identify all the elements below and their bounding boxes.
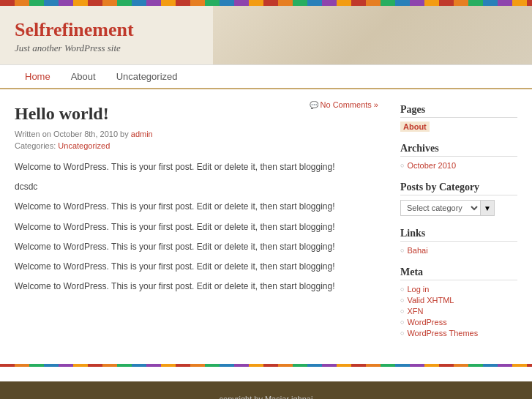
sidebar-archive-oct2010-link[interactable]: October 2010 [407,161,456,170]
post-author-link[interactable]: admin [131,130,153,138]
post-paragraph-4: Welcome to WordPress. This is your first… [15,220,378,234]
nav-item-uncategorized[interactable]: Uncategorized [106,65,188,88]
post-paragraph-2: dcsdc [15,180,378,194]
post-comments-link[interactable]: No Comments » [310,100,378,109]
footer-copyright: copyright by Masiar ighnai [220,395,313,399]
footer-border-stripe [0,364,532,367]
sidebar-meta-login-link[interactable]: Log in [407,285,429,294]
sidebar-archive-oct2010: October 2010 [400,161,517,170]
category-select-wrapper: Select category ▼ [400,200,517,216]
site-header: Selfrefinement Just another WordPress si… [0,6,532,65]
post-paragraph-1: Welcome to WordPress. This is your first… [15,160,378,174]
main-navigation: Home About Uncategorized [0,65,532,89]
site-tagline: Just another WordPress site [15,42,517,54]
sidebar-link-bahai: Bahai [400,246,517,255]
sidebar-pages-section: Pages About [400,104,517,131]
site-title: Selfrefinement [15,19,517,41]
top-decorative-stripe [0,0,532,6]
nav-item-home[interactable]: Home [15,65,61,88]
post-categories: Categories: Uncategorized [15,141,378,150]
content-area: Hello world! No Comments » Written on Oc… [15,104,378,349]
post-paragraph-7: Welcome to WordPress. This is your first… [15,280,378,294]
blog-post: Hello world! No Comments » Written on Oc… [15,104,378,294]
sidebar-meta-wordpress-link[interactable]: WordPress [407,318,446,327]
sidebar-archives-title: Archives [400,143,517,157]
sidebar-pages-title: Pages [400,104,517,118]
post-paragraph-6: Welcome to WordPress. This is your first… [15,260,378,274]
category-select-go-button[interactable]: ▼ [481,200,495,216]
post-category-link[interactable]: Uncategorized [58,141,110,150]
sidebar-meta-xfn-link[interactable]: XFN [407,307,423,316]
nav-link-uncategorized[interactable]: Uncategorized [106,65,188,88]
site-footer: copyright by Masiar ighnai [0,381,532,399]
sidebar-links-section: Links Bahai [400,228,517,255]
post-meta: Written on October 8th, 2010 by admin [15,130,378,138]
sidebar-links-title: Links [400,228,517,242]
sidebar-meta-xfn: XFN [400,307,517,316]
nav-link-home[interactable]: Home [15,65,61,88]
sidebar-link-bahai-link[interactable]: Bahai [407,246,427,255]
sidebar-category-title: Posts by Category [400,182,517,195]
sidebar-meta-wordpress: WordPress [400,318,517,327]
sidebar-meta-xhtml: Valid XHTML [400,296,517,305]
categories-label: Categories: [15,141,56,150]
sidebar-meta-title: Meta [400,266,517,280]
sidebar-meta-wp-themes: WordPress Themes [400,329,517,338]
sidebar-page-about-link[interactable]: About [400,122,430,132]
sidebar-category-section: Posts by Category Select category ▼ [400,182,517,216]
nav-link-about[interactable]: About [61,65,106,88]
post-paragraph-3: Welcome to WordPress. This is your first… [15,200,378,214]
sidebar-meta-xhtml-link[interactable]: Valid XHTML [407,296,454,305]
post-meta-text: Written on October 8th, 2010 by [15,130,129,138]
post-content: Welcome to WordPress. This is your first… [15,160,378,294]
main-container: Hello world! No Comments » Written on Oc… [0,89,532,364]
category-select[interactable]: Select category [400,200,481,216]
sidebar-meta-login: Log in [400,285,517,294]
nav-item-about[interactable]: About [61,65,106,88]
sidebar-meta-section: Meta Log in Valid XHTML XFN WordPress Wo… [400,266,517,338]
sidebar-archives-section: Archives October 2010 [400,143,517,170]
post-paragraph-5: Welcome to WordPress. This is your first… [15,240,378,254]
sidebar-meta-wp-themes-link[interactable]: WordPress Themes [407,329,478,338]
sidebar-pages-about: About [400,122,517,131]
sidebar: Pages About Archives October 2010 Posts … [400,104,517,349]
